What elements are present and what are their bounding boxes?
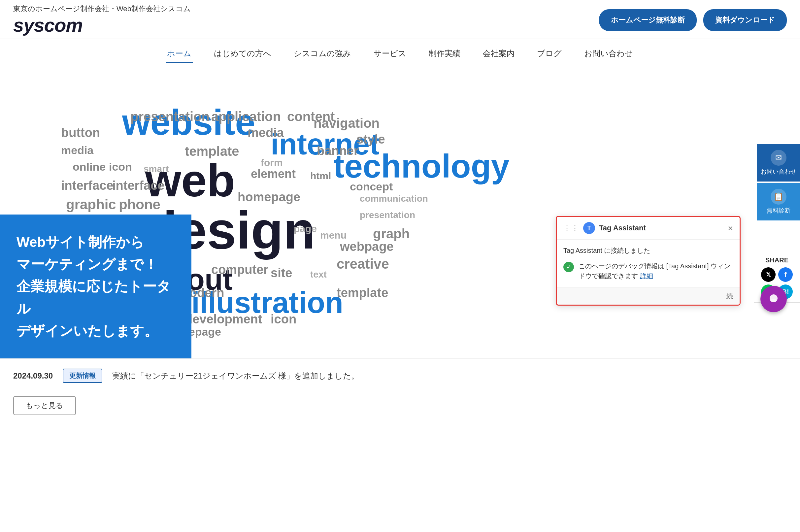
- word-cloud-item: online: [73, 160, 106, 173]
- facebook-share-button[interactable]: f: [778, 267, 793, 282]
- word-cloud-item: webpage: [340, 240, 394, 254]
- ta-header-left: ⋮⋮ T Tag Assistant: [564, 222, 646, 234]
- nav-item-はじめての方へ[interactable]: はじめての方へ: [212, 45, 273, 61]
- hero-text-box: Webサイト制作から マーケティングまで！ 企業規模に応じたトータル デザインい…: [0, 214, 191, 358]
- svg-point-1: [771, 299, 776, 302]
- word-cloud-item: html: [310, 170, 331, 182]
- news-badge: 更新情報: [63, 369, 102, 383]
- logo[interactable]: syscom: [13, 14, 191, 36]
- word-cloud-item: creative: [337, 256, 389, 272]
- ta-footer-close[interactable]: 続: [726, 292, 733, 301]
- diagnosis-button[interactable]: ホームページ無料診断: [599, 9, 697, 31]
- tag-assistant-header: ⋮⋮ T Tag Assistant ×: [557, 217, 740, 240]
- ta-title: Tag Assistant: [599, 224, 646, 232]
- news-date: 2024.09.30: [13, 371, 53, 381]
- header-tagline: 東京のホームページ制作会社・Web制作会社シスコム: [13, 4, 191, 14]
- word-cloud-item: graph: [373, 226, 409, 241]
- word-cloud-item: text: [310, 269, 327, 280]
- word-cloud-item: style: [357, 132, 385, 147]
- nav-item-ブログ[interactable]: ブログ: [536, 45, 563, 61]
- ta-body: Tag Assistant に接続しました ✓ このページのデバッグ情報は [T…: [557, 240, 740, 287]
- word-cloud-item: graphic: [66, 197, 116, 212]
- word-cloud-item: element: [251, 167, 296, 181]
- word-cloud-item: navigation: [313, 116, 380, 131]
- diagnosis-icon: 📋: [770, 189, 786, 205]
- hero-text: Webサイト制作から マーケティングまで！ 企業規模に応じたトータル デザインい…: [17, 231, 175, 342]
- ta-drag-handle: ⋮⋮: [564, 224, 579, 232]
- word-cloud-item: interface: [61, 178, 113, 193]
- ta-detail-link[interactable]: 詳細: [640, 272, 653, 280]
- header-buttons: ホームページ無料診断 資料ダウンロード: [599, 9, 787, 31]
- chat-button[interactable]: [760, 286, 787, 312]
- ta-footer: 続: [557, 287, 740, 305]
- word-cloud-item: site: [271, 266, 292, 280]
- hero-section: websitewebdesignbusinesslayoutillustrati…: [0, 61, 800, 358]
- word-cloud-item: form: [261, 157, 283, 168]
- word-cloud-item: phone: [119, 197, 160, 212]
- nav-item-制作実績[interactable]: 制作実績: [427, 45, 462, 61]
- news-section: 2024.09.30 更新情報 実績に「センチュリー21ジェイワンホームズ 様」…: [0, 358, 800, 393]
- download-button[interactable]: 資料ダウンロード: [703, 9, 787, 31]
- nav-bar: ホームはじめての方へシスコムの強みサービス制作実績会社案内ブログお問い合わせ: [0, 39, 800, 61]
- word-cloud-item: smart: [144, 164, 169, 174]
- ta-icon: T: [583, 222, 595, 234]
- ta-msg-text: このページのデバッグ情報は [Tag Assistant] ウィンドウで確認でき…: [578, 261, 733, 281]
- side-buttons: ✉ お問い合わせ 📋 無料診断: [757, 144, 800, 221]
- word-cloud-item: interface: [112, 178, 164, 193]
- ta-close-button[interactable]: ×: [728, 223, 733, 233]
- ta-message: ✓ このページのデバッグ情報は [Tag Assistant] ウィンドウで確認…: [564, 261, 733, 281]
- word-cloud-item: computer: [211, 263, 268, 277]
- twitter-share-button[interactable]: 𝕏: [761, 267, 776, 282]
- word-cloud-item: presentation: [130, 109, 210, 124]
- contact-side-button[interactable]: ✉ お問い合わせ: [757, 144, 800, 182]
- word-cloud-item: development: [185, 312, 262, 326]
- header-left: 東京のホームページ制作会社・Web制作会社シスコム syscom: [13, 4, 191, 36]
- word-cloud-item: menu: [320, 230, 346, 241]
- nav-item-お問い合わせ[interactable]: お問い合わせ: [583, 45, 634, 61]
- word-cloud-item: icon: [271, 312, 297, 326]
- word-cloud-item: banner: [317, 144, 359, 158]
- nav-item-サービス[interactable]: サービス: [372, 45, 407, 61]
- more-button-row: もっと見る: [0, 393, 800, 425]
- nav-item-シスコムの強み[interactable]: シスコムの強み: [292, 45, 353, 61]
- word-cloud-item: media: [248, 126, 284, 140]
- word-cloud-item: communication: [360, 193, 428, 204]
- word-cloud-item: page: [294, 223, 317, 234]
- ta-connected-text: Tag Assistant に接続しました: [564, 246, 733, 255]
- word-cloud-item: media: [61, 144, 93, 157]
- more-button[interactable]: もっと見る: [13, 396, 76, 415]
- ta-check-icon: ✓: [564, 262, 574, 272]
- word-cloud-item: icon: [109, 160, 132, 173]
- nav-item-ホーム[interactable]: ホーム: [166, 45, 193, 61]
- header: 東京のホームページ制作会社・Web制作会社シスコム syscom ホームページ無…: [0, 0, 800, 39]
- word-cloud-item: application: [211, 109, 281, 124]
- word-cloud-item: template: [185, 144, 239, 159]
- contact-icon: ✉: [770, 150, 786, 166]
- word-cloud-item: button: [61, 126, 100, 140]
- word-cloud-item: homepage: [237, 190, 300, 204]
- news-text: 実績に「センチュリー21ジェイワンホームズ 様」を追加しました。: [112, 370, 359, 381]
- nav-item-会社案内[interactable]: 会社案内: [481, 45, 516, 61]
- tag-assistant-popup: ⋮⋮ T Tag Assistant × Tag Assistant に接続しま…: [556, 216, 741, 306]
- word-cloud-item: template: [337, 286, 388, 300]
- word-cloud-item: concept: [350, 180, 393, 193]
- word-cloud-item: presentation: [360, 210, 415, 221]
- share-title: SHARE: [759, 256, 795, 264]
- diagnosis-side-button[interactable]: 📋 無料診断: [757, 183, 800, 221]
